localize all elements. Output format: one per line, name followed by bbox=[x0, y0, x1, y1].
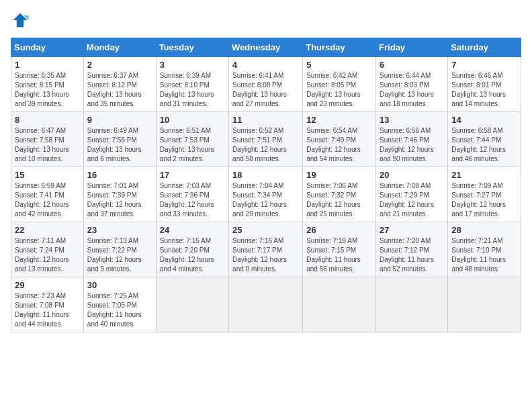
svg-marker-0 bbox=[13, 13, 28, 28]
table-row: 11 Sunrise: 6:52 AM Sunset: 7:51 PM Dayl… bbox=[229, 112, 303, 167]
day-number: 20 bbox=[380, 170, 444, 180]
calendar-week-row: 22 Sunrise: 7:11 AM Sunset: 7:24 PM Dayl… bbox=[11, 222, 521, 277]
day-info: Sunrise: 7:18 AM Sunset: 7:15 PM Dayligh… bbox=[306, 236, 372, 274]
table-row: 27 Sunrise: 7:20 AM Sunset: 7:12 PM Dayl… bbox=[376, 222, 448, 277]
table-row: 26 Sunrise: 7:18 AM Sunset: 7:15 PM Dayl… bbox=[303, 222, 376, 277]
table-row: 28 Sunrise: 7:21 AM Sunset: 7:10 PM Dayl… bbox=[448, 222, 521, 277]
day-number: 11 bbox=[232, 115, 299, 125]
day-info: Sunrise: 7:15 AM Sunset: 7:20 PM Dayligh… bbox=[160, 236, 225, 274]
day-info: Sunrise: 7:13 AM Sunset: 7:22 PM Dayligh… bbox=[87, 236, 152, 274]
col-friday: Friday bbox=[376, 38, 448, 57]
table-row: 19 Sunrise: 7:06 AM Sunset: 7:32 PM Dayl… bbox=[303, 167, 376, 222]
table-row bbox=[229, 277, 303, 332]
table-row: 8 Sunrise: 6:47 AM Sunset: 7:58 PM Dayli… bbox=[11, 112, 84, 167]
calendar-week-row: 29 Sunrise: 7:23 AM Sunset: 7:08 PM Dayl… bbox=[11, 277, 521, 332]
day-number: 9 bbox=[87, 115, 152, 125]
day-number: 19 bbox=[306, 170, 372, 180]
table-row: 9 Sunrise: 6:49 AM Sunset: 7:56 PM Dayli… bbox=[83, 112, 156, 167]
day-number: 29 bbox=[15, 280, 80, 290]
table-row: 29 Sunrise: 7:23 AM Sunset: 7:08 PM Dayl… bbox=[11, 277, 84, 332]
calendar-table: Sunday Monday Tuesday Wednesday Thursday… bbox=[11, 38, 521, 332]
logo bbox=[11, 11, 35, 30]
day-info: Sunrise: 7:21 AM Sunset: 7:10 PM Dayligh… bbox=[451, 236, 517, 274]
day-info: Sunrise: 6:54 AM Sunset: 7:49 PM Dayligh… bbox=[306, 126, 372, 164]
day-number: 5 bbox=[306, 60, 372, 70]
table-row: 21 Sunrise: 7:09 AM Sunset: 7:27 PM Dayl… bbox=[448, 167, 521, 222]
day-info: Sunrise: 6:42 AM Sunset: 8:05 PM Dayligh… bbox=[306, 71, 372, 109]
table-row: 2 Sunrise: 6:37 AM Sunset: 8:12 PM Dayli… bbox=[83, 57, 156, 112]
day-number: 13 bbox=[380, 115, 444, 125]
day-number: 25 bbox=[232, 225, 299, 235]
day-info: Sunrise: 6:46 AM Sunset: 8:01 PM Dayligh… bbox=[451, 71, 517, 109]
table-row: 18 Sunrise: 7:04 AM Sunset: 7:34 PM Dayl… bbox=[229, 167, 303, 222]
day-info: Sunrise: 6:41 AM Sunset: 8:08 PM Dayligh… bbox=[232, 71, 299, 109]
col-sunday: Sunday bbox=[11, 38, 84, 57]
table-row: 5 Sunrise: 6:42 AM Sunset: 8:05 PM Dayli… bbox=[303, 57, 376, 112]
day-info: Sunrise: 6:56 AM Sunset: 7:46 PM Dayligh… bbox=[380, 126, 444, 164]
day-number: 26 bbox=[306, 225, 372, 235]
table-row: 7 Sunrise: 6:46 AM Sunset: 8:01 PM Dayli… bbox=[448, 57, 521, 112]
day-number: 18 bbox=[232, 170, 299, 180]
day-number: 6 bbox=[380, 60, 444, 70]
day-info: Sunrise: 6:47 AM Sunset: 7:58 PM Dayligh… bbox=[15, 126, 80, 164]
day-number: 27 bbox=[380, 225, 444, 235]
table-row: 4 Sunrise: 6:41 AM Sunset: 8:08 PM Dayli… bbox=[229, 57, 303, 112]
table-row bbox=[156, 277, 228, 332]
day-number: 4 bbox=[232, 60, 299, 70]
day-info: Sunrise: 7:11 AM Sunset: 7:24 PM Dayligh… bbox=[15, 236, 80, 274]
day-info: Sunrise: 6:59 AM Sunset: 7:41 PM Dayligh… bbox=[15, 181, 80, 219]
day-number: 22 bbox=[15, 225, 80, 235]
table-row: 14 Sunrise: 6:58 AM Sunset: 7:44 PM Dayl… bbox=[448, 112, 521, 167]
day-info: Sunrise: 7:16 AM Sunset: 7:17 PM Dayligh… bbox=[232, 236, 299, 274]
day-number: 17 bbox=[160, 170, 225, 180]
day-number: 28 bbox=[451, 225, 517, 235]
day-number: 10 bbox=[160, 115, 225, 125]
day-info: Sunrise: 7:25 AM Sunset: 7:05 PM Dayligh… bbox=[87, 291, 152, 329]
page-header bbox=[11, 11, 521, 30]
day-info: Sunrise: 7:06 AM Sunset: 7:32 PM Dayligh… bbox=[306, 181, 372, 219]
col-saturday: Saturday bbox=[448, 38, 521, 57]
day-info: Sunrise: 6:37 AM Sunset: 8:12 PM Dayligh… bbox=[87, 71, 152, 109]
day-info: Sunrise: 7:04 AM Sunset: 7:34 PM Dayligh… bbox=[232, 181, 299, 219]
day-info: Sunrise: 6:52 AM Sunset: 7:51 PM Dayligh… bbox=[232, 126, 299, 164]
calendar-week-row: 1 Sunrise: 6:35 AMSunset: 8:15 PMDayligh… bbox=[11, 57, 521, 112]
table-row: 20 Sunrise: 7:08 AM Sunset: 7:29 PM Dayl… bbox=[376, 167, 448, 222]
table-row: 3 Sunrise: 6:39 AM Sunset: 8:10 PM Dayli… bbox=[156, 57, 228, 112]
day-number: 30 bbox=[87, 280, 152, 290]
day-number: 3 bbox=[160, 60, 225, 70]
table-row: 30 Sunrise: 7:25 AM Sunset: 7:05 PM Dayl… bbox=[83, 277, 156, 332]
col-tuesday: Tuesday bbox=[156, 38, 228, 57]
table-row: 6 Sunrise: 6:44 AM Sunset: 8:03 PM Dayli… bbox=[376, 57, 448, 112]
table-row: 1 Sunrise: 6:35 AMSunset: 8:15 PMDayligh… bbox=[11, 57, 84, 112]
day-number: 16 bbox=[87, 170, 152, 180]
day-info: Sunrise: 7:09 AM Sunset: 7:27 PM Dayligh… bbox=[451, 181, 517, 219]
day-number: 21 bbox=[451, 170, 517, 180]
logo-icon bbox=[11, 11, 30, 30]
day-info: Sunrise: 7:20 AM Sunset: 7:12 PM Dayligh… bbox=[380, 236, 444, 274]
col-thursday: Thursday bbox=[303, 38, 376, 57]
day-number: 12 bbox=[306, 115, 372, 125]
col-monday: Monday bbox=[83, 38, 156, 57]
table-row: 15 Sunrise: 6:59 AM Sunset: 7:41 PM Dayl… bbox=[11, 167, 84, 222]
day-info: Sunrise: 7:03 AM Sunset: 7:36 PM Dayligh… bbox=[160, 181, 225, 219]
day-number: 2 bbox=[87, 60, 152, 70]
table-row: 10 Sunrise: 6:51 AM Sunset: 7:53 PM Dayl… bbox=[156, 112, 228, 167]
day-number: 7 bbox=[451, 60, 517, 70]
table-row: 12 Sunrise: 6:54 AM Sunset: 7:49 PM Dayl… bbox=[303, 112, 376, 167]
day-info: Sunrise: 7:23 AM Sunset: 7:08 PM Dayligh… bbox=[15, 291, 80, 329]
day-info: Sunrise: 6:39 AM Sunset: 8:10 PM Dayligh… bbox=[160, 71, 225, 109]
table-row: 24 Sunrise: 7:15 AM Sunset: 7:20 PM Dayl… bbox=[156, 222, 228, 277]
table-row: 25 Sunrise: 7:16 AM Sunset: 7:17 PM Dayl… bbox=[229, 222, 303, 277]
day-info: Sunrise: 7:08 AM Sunset: 7:29 PM Dayligh… bbox=[380, 181, 444, 219]
day-number: 14 bbox=[451, 115, 517, 125]
table-row: 22 Sunrise: 7:11 AM Sunset: 7:24 PM Dayl… bbox=[11, 222, 84, 277]
day-info: Sunrise: 7:01 AM Sunset: 7:39 PM Dayligh… bbox=[87, 181, 152, 219]
day-info: Sunrise: 6:44 AM Sunset: 8:03 PM Dayligh… bbox=[380, 71, 444, 109]
table-row bbox=[303, 277, 376, 332]
day-info: Sunrise: 6:49 AM Sunset: 7:56 PM Dayligh… bbox=[87, 126, 152, 164]
table-row: 23 Sunrise: 7:13 AM Sunset: 7:22 PM Dayl… bbox=[83, 222, 156, 277]
day-number: 23 bbox=[87, 225, 152, 235]
day-info: Sunrise: 6:51 AM Sunset: 7:53 PM Dayligh… bbox=[160, 126, 225, 164]
col-wednesday: Wednesday bbox=[229, 38, 303, 57]
table-row: 13 Sunrise: 6:56 AM Sunset: 7:46 PM Dayl… bbox=[376, 112, 448, 167]
